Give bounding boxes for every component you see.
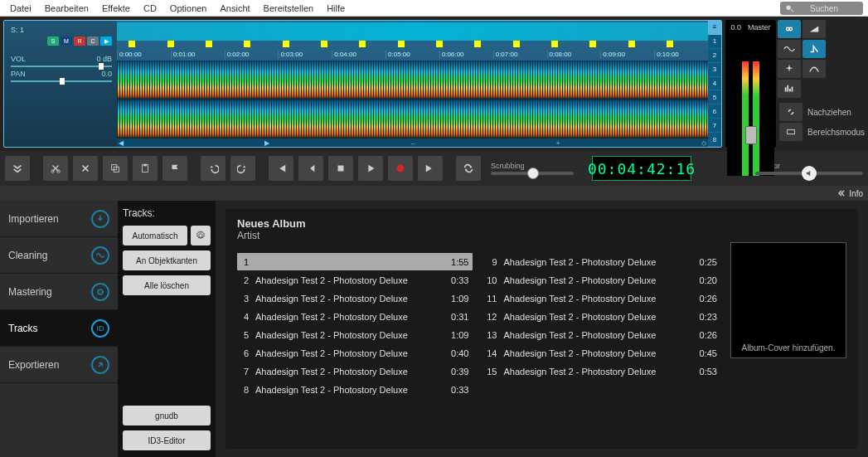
track-row[interactable]: 3Ahadesign Test 2 - Photostory Deluxe1:0…	[237, 289, 473, 307]
menu-cd[interactable]: CD	[137, 2, 163, 15]
track-num[interactable]: 6	[708, 105, 721, 119]
undo-button[interactable]	[201, 156, 225, 181]
zoom-fit-icon[interactable]: ◇	[701, 139, 706, 147]
redo-button[interactable]	[230, 156, 255, 181]
monitor-slider[interactable]	[755, 172, 863, 175]
track-row[interactable]: 12Ahadesign Test 2 - Photostory Deluxe0:…	[486, 308, 721, 325]
volume-ramp-icon[interactable]	[803, 20, 826, 38]
tab-tracks[interactable]: Tracks ID	[0, 310, 118, 347]
play-chip[interactable]: ▶	[100, 36, 112, 46]
timeline-scrollbar[interactable]: ◀ ▶ – + ◇	[117, 139, 708, 147]
track-num[interactable]: 2	[708, 49, 721, 63]
paste-button[interactable]	[133, 156, 158, 181]
mode-bereich[interactable]: Bereichsmodus	[778, 123, 865, 141]
limiter-icon[interactable]	[803, 40, 826, 58]
play-button[interactable]	[358, 156, 383, 181]
info-strip[interactable]: Info	[0, 186, 868, 201]
waveform-timeline[interactable]: 0:00:00 0:01:00 0:02:00 0:03:00 0:04:00 …	[117, 21, 708, 147]
prev-button[interactable]	[298, 156, 323, 181]
overview-wave[interactable]	[117, 22, 708, 41]
scroll-right-icon[interactable]: ▶	[264, 139, 269, 147]
mute-chip[interactable]: M	[61, 36, 72, 46]
chevrons-down-button[interactable]	[5, 156, 30, 181]
spectrogram[interactable]	[117, 61, 708, 139]
objektkanten-button[interactable]: An Objektkanten	[123, 250, 211, 270]
curve-icon[interactable]	[803, 60, 826, 78]
menu-optionen[interactable]: Optionen	[163, 2, 214, 15]
track-row[interactable]: 10Ahadesign Test 2 - Photostory Deluxe0:…	[486, 271, 721, 289]
stop-button[interactable]	[328, 156, 353, 181]
flag-button[interactable]	[162, 156, 187, 181]
marker[interactable]	[206, 41, 212, 47]
marker[interactable]	[667, 41, 673, 47]
skip-start-button[interactable]	[269, 156, 293, 181]
marker[interactable]	[129, 41, 135, 47]
track-row[interactable]: 13Ahadesign Test 2 - Photostory Deluxe0:…	[486, 326, 721, 343]
track-row[interactable]: 7Ahadesign Test 2 - Photostory Deluxe0:3…	[237, 362, 473, 380]
menu-bereitstellen[interactable]: Bereitstellen	[257, 2, 321, 15]
marker[interactable]	[359, 41, 366, 47]
infinity-icon[interactable]	[778, 20, 801, 38]
zoom-out-icon[interactable]: –	[411, 139, 415, 147]
marker[interactable]	[436, 41, 443, 47]
search-box[interactable]	[780, 2, 863, 15]
track-num[interactable]: 5	[708, 90, 721, 105]
album-cover-dropzone[interactable]: Album-Cover hinzufügen.	[730, 242, 846, 358]
track-row[interactable]: 14Ahadesign Test 2 - Photostory Deluxe0:…	[486, 344, 721, 362]
curve-chip[interactable]: C	[87, 36, 99, 46]
marker[interactable]	[398, 41, 405, 47]
gnudb-button[interactable]: gnudb	[123, 406, 211, 425]
auto-button[interactable]: Automatisch	[123, 226, 187, 246]
eq-bars-icon[interactable]	[778, 80, 801, 98]
cut-button[interactable]	[43, 156, 68, 181]
track-row[interactable]: 15Ahadesign Test 2 - Photostory Deluxe0:…	[486, 362, 721, 380]
marker[interactable]	[244, 41, 250, 47]
track-row[interactable]: 6Ahadesign Test 2 - Photostory Deluxe0:4…	[237, 344, 473, 362]
marker[interactable]	[321, 41, 327, 47]
track-row[interactable]: 2Ahadesign Test 2 - Photostory Deluxe0:3…	[237, 271, 473, 289]
zoom-in-icon[interactable]: +	[556, 139, 560, 147]
track-row[interactable]: 11:55	[237, 253, 473, 270]
tab-exportieren[interactable]: Exportieren	[0, 347, 118, 383]
marker[interactable]	[589, 41, 596, 47]
track-row[interactable]: 8Ahadesign Test 2 - Photostory Deluxe0:3…	[237, 381, 473, 398]
solo-chip[interactable]: S	[47, 36, 59, 46]
track-num[interactable]: 7	[708, 119, 721, 133]
track-row[interactable]: 4Ahadesign Test 2 - Photostory Deluxe0:3…	[237, 308, 473, 325]
scroll-left-icon[interactable]: ◀	[119, 139, 124, 147]
track-num[interactable]: 3	[708, 63, 721, 77]
time-ruler[interactable]: 0:00:00 0:01:00 0:02:00 0:03:00 0:04:00 …	[117, 51, 708, 59]
wave-sine-icon[interactable]	[778, 40, 801, 58]
sparkle-icon[interactable]	[778, 60, 801, 78]
menu-datei[interactable]: Datei	[3, 2, 38, 15]
menu-bearbeiten[interactable]: Bearbeiten	[38, 2, 95, 15]
marker[interactable]	[167, 41, 174, 47]
search-input[interactable]	[799, 4, 849, 13]
marker-lane[interactable]	[117, 41, 708, 49]
track-num[interactable]: 1	[708, 35, 721, 49]
loop-button[interactable]	[456, 156, 481, 181]
speaker-icon[interactable]	[802, 166, 817, 181]
scrubbing-slider[interactable]	[491, 172, 574, 175]
track-row[interactable]: 11Ahadesign Test 2 - Photostory Deluxe0:…	[486, 289, 721, 307]
marker[interactable]	[551, 41, 558, 47]
marker[interactable]	[513, 41, 520, 47]
settings-button[interactable]	[191, 226, 211, 246]
menu-effekte[interactable]: Effekte	[95, 2, 137, 15]
id3-editor-button[interactable]: ID3-Editor	[123, 430, 211, 450]
marker[interactable]	[628, 41, 635, 47]
hamburger-icon[interactable]: ≡	[708, 21, 721, 35]
menu-ansicht[interactable]: Ansicht	[214, 2, 257, 15]
delete-button[interactable]	[73, 156, 98, 181]
tab-mastering[interactable]: Mastering	[0, 274, 118, 310]
marker[interactable]	[474, 41, 481, 47]
track-num[interactable]: 8	[708, 133, 721, 147]
skip-end-button[interactable]	[418, 156, 443, 181]
mode-nachziehen[interactable]: Nachziehen	[778, 103, 865, 121]
track-num[interactable]: 4	[708, 77, 721, 91]
tab-cleaning[interactable]: Cleaning	[0, 237, 118, 274]
marker[interactable]	[283, 41, 289, 47]
alle-loeschen-button[interactable]: Alle löschen	[123, 275, 211, 295]
track-row[interactable]: 9Ahadesign Test 2 - Photostory Deluxe0:2…	[486, 253, 721, 270]
tab-importieren[interactable]: Importieren	[0, 201, 118, 237]
